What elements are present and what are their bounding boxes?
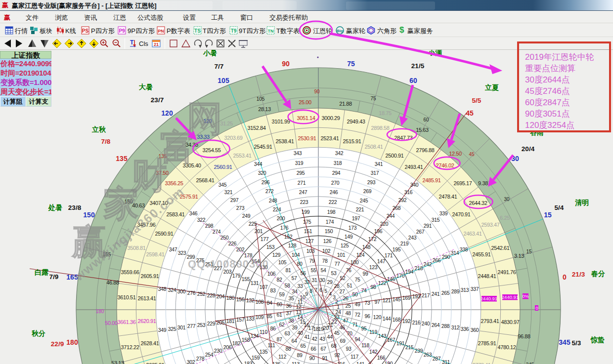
- svg-text:170: 170: [396, 273, 405, 279]
- svg-text:15.63: 15.63: [416, 127, 429, 133]
- svg-text:118: 118: [361, 342, 369, 348]
- svg-text:107: 107: [260, 284, 268, 290]
- svg-text:28: 28: [334, 283, 340, 289]
- svg-text:230: 230: [214, 348, 222, 354]
- svg-text:4830.97: 4830.97: [501, 319, 520, 325]
- svg-text:28.13: 28.13: [258, 106, 271, 112]
- svg-text:2746.02: 2746.02: [436, 162, 454, 168]
- svg-text:219: 219: [400, 241, 409, 246]
- svg-text:243: 243: [408, 235, 417, 241]
- svg-text:34: 34: [292, 288, 298, 294]
- svg-text:339: 339: [439, 210, 448, 216]
- svg-text:2695.17: 2695.17: [454, 180, 472, 186]
- svg-text:135: 135: [116, 155, 128, 162]
- svg-text:196: 196: [374, 228, 383, 234]
- svg-text:270: 270: [331, 180, 340, 186]
- svg-text:287: 287: [433, 356, 441, 362]
- svg-text:123: 123: [369, 264, 378, 270]
- svg-text:清明: 清明: [575, 199, 589, 206]
- svg-text:2590.91: 2590.91: [155, 231, 174, 237]
- svg-text:2515.91: 2515.91: [343, 138, 361, 144]
- svg-text:77: 77: [334, 261, 340, 267]
- svg-text:317: 317: [371, 170, 379, 176]
- svg-text:85: 85: [266, 313, 272, 319]
- svg-text:166: 166: [377, 355, 386, 361]
- svg-text:293: 293: [367, 179, 376, 185]
- svg-text:3152.84: 3152.84: [248, 125, 266, 131]
- svg-text:148: 148: [362, 244, 371, 250]
- svg-text:2793.41: 2793.41: [481, 318, 499, 324]
- svg-text:338: 338: [460, 246, 468, 252]
- svg-text:网: 网: [187, 99, 222, 138]
- svg-text:2635.91: 2635.91: [146, 362, 165, 364]
- svg-text:322: 322: [197, 217, 206, 223]
- svg-text:301: 301: [177, 324, 186, 330]
- svg-text:136: 136: [272, 361, 281, 364]
- svg-text:109: 109: [256, 314, 264, 320]
- svg-text:2593.47: 2593.47: [482, 222, 500, 228]
- svg-text:3610.51: 3610.51: [118, 294, 136, 300]
- svg-text:5: 5: [324, 288, 327, 294]
- svg-text:立秋: 立秋: [91, 125, 106, 133]
- svg-text:349: 349: [158, 327, 167, 333]
- svg-text:126: 126: [323, 238, 332, 244]
- svg-text:343: 343: [294, 150, 302, 156]
- svg-text:2898.58: 2898.58: [371, 125, 390, 131]
- svg-text:152: 152: [284, 234, 293, 240]
- svg-text:122: 122: [378, 280, 387, 286]
- svg-text:263: 263: [424, 352, 432, 358]
- svg-text:92: 92: [334, 352, 340, 358]
- svg-text:6: 6: [319, 287, 322, 293]
- svg-text:90: 90: [314, 89, 320, 94]
- svg-text:29: 29: [327, 279, 333, 285]
- svg-text:277: 277: [187, 323, 196, 329]
- svg-text:316: 316: [404, 189, 413, 195]
- svg-text:2470.91: 2470.91: [452, 211, 471, 217]
- svg-text:2: 2: [335, 299, 338, 305]
- svg-text:2523.41: 2523.41: [321, 135, 339, 141]
- svg-text:95: 95: [361, 325, 367, 331]
- svg-text:341: 341: [375, 161, 383, 167]
- svg-text:250: 250: [220, 235, 229, 241]
- svg-text:9.38: 9.38: [478, 180, 488, 186]
- svg-text:2949.43: 2949.43: [347, 119, 365, 124]
- svg-text:31: 31: [311, 277, 317, 283]
- svg-text:58: 58: [284, 283, 290, 288]
- svg-text:125: 125: [341, 243, 349, 248]
- svg-text:228: 228: [207, 292, 216, 298]
- svg-text:86: 86: [270, 325, 276, 331]
- svg-text:295: 295: [297, 170, 305, 176]
- svg-text:70: 70: [347, 330, 352, 336]
- svg-text:21/5: 21/5: [411, 62, 425, 70]
- svg-text:216: 216: [412, 320, 421, 325]
- svg-text:30: 30: [319, 277, 325, 283]
- svg-text:105: 105: [278, 259, 287, 265]
- svg-text:264: 264: [432, 322, 440, 328]
- svg-text:276: 276: [187, 290, 196, 296]
- svg-text:54: 54: [320, 267, 326, 273]
- svg-text:3559.66: 3559.66: [121, 269, 139, 275]
- svg-text:30: 30: [511, 155, 519, 162]
- svg-text:102: 102: [322, 248, 331, 254]
- svg-text:46.88: 46.88: [106, 280, 119, 285]
- svg-text:75: 75: [370, 96, 376, 101]
- svg-text:156: 156: [236, 296, 245, 302]
- svg-text:127: 127: [306, 238, 314, 244]
- svg-text:346: 346: [189, 210, 198, 216]
- svg-text:79: 79: [309, 258, 315, 264]
- svg-text:121: 121: [383, 297, 391, 303]
- svg-text:248: 248: [269, 198, 277, 203]
- svg-text:2493.41: 2493.41: [405, 164, 423, 170]
- svg-text:24: 24: [335, 309, 341, 315]
- svg-text:117: 117: [350, 354, 358, 360]
- svg-text:21: 21: [154, 42, 159, 47]
- svg-text:15: 15: [526, 249, 532, 254]
- svg-text:190: 190: [385, 361, 393, 364]
- svg-text:66: 66: [310, 346, 316, 352]
- svg-text:大暑: 大暑: [139, 83, 153, 91]
- svg-text:12.50: 12.50: [449, 151, 462, 157]
- svg-text:151: 151: [304, 228, 312, 234]
- svg-text:QQ:100800300: QQ:100800300: [188, 258, 269, 270]
- svg-text:82: 82: [276, 277, 282, 283]
- svg-text:21/3: 21/3: [572, 271, 585, 278]
